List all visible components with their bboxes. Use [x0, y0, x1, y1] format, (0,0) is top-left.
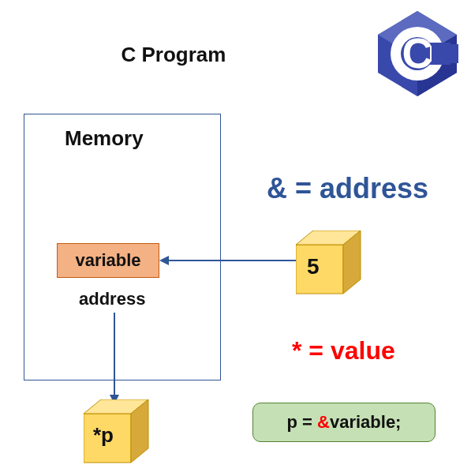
pointer-cube-text: *p [93, 423, 114, 448]
arrow-value-to-variable-icon [158, 253, 300, 268]
address-label: address [79, 289, 145, 309]
page-title: C Program [0, 43, 347, 67]
code-prefix: p = [287, 412, 318, 432]
value-cube-text: 5 [307, 254, 320, 279]
arrow-address-to-pointer-icon [103, 311, 126, 406]
memory-heading: Memory [65, 126, 144, 151]
c-language-logo-icon: C [370, 6, 465, 101]
asterisk-legend: * = value [292, 336, 395, 365]
svg-marker-13 [296, 245, 343, 294]
variable-box: variable [57, 243, 159, 278]
svg-text:C: C [402, 29, 433, 77]
code-suffix: variable; [330, 412, 402, 432]
value-cube: 5 [296, 231, 364, 298]
pointer-cube: *p [84, 399, 151, 467]
code-ampersand: & [317, 412, 330, 432]
ampersand-legend: & = address [267, 172, 428, 205]
code-snippet: p = &variable; [252, 403, 435, 442]
